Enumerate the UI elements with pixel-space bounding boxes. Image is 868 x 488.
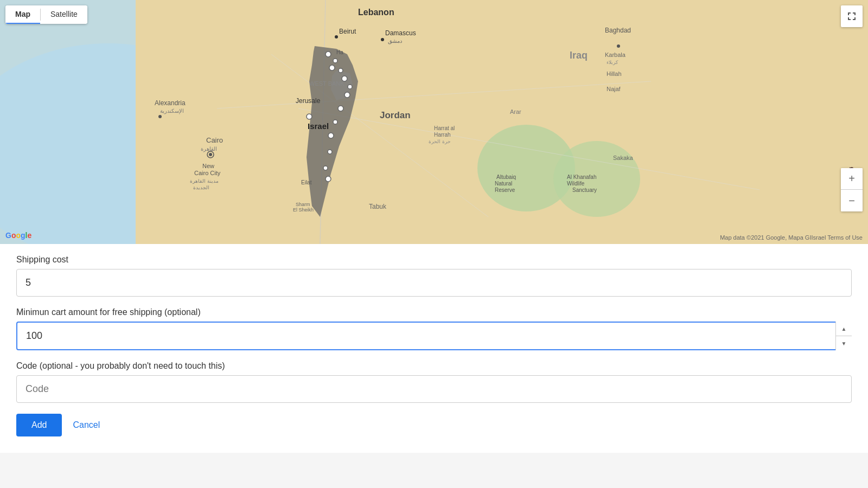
svg-text:Eilat: Eilat <box>301 179 312 185</box>
svg-point-22 <box>328 133 334 138</box>
svg-text:Harrah: Harrah <box>434 132 451 138</box>
shipping-cost-field: Shipping cost <box>16 255 852 297</box>
svg-text:Ha: Ha <box>336 49 343 55</box>
zoom-in-button[interactable]: + <box>841 168 863 190</box>
svg-point-25 <box>326 176 331 182</box>
svg-text:Iraq: Iraq <box>570 50 588 61</box>
svg-point-20 <box>338 106 343 111</box>
svg-text:Arar: Arar <box>510 108 521 115</box>
svg-text:Natural: Natural <box>495 181 512 187</box>
svg-text:Najaf: Najaf <box>607 86 621 92</box>
svg-text:حرة الحرة: حرة الحرة <box>429 139 451 145</box>
svg-point-13 <box>326 52 331 57</box>
svg-rect-3 <box>0 0 136 244</box>
add-button[interactable]: Add <box>16 414 62 436</box>
action-buttons: Add Cancel <box>16 414 852 436</box>
svg-text:Al Khanafah: Al Khanafah <box>567 174 597 180</box>
svg-text:Sharm: Sharm <box>296 202 310 207</box>
svg-point-23 <box>328 150 332 154</box>
min-cart-label: Minimun cart amount for free shipping (o… <box>16 307 852 317</box>
map-zoom-controls[interactable]: + − <box>841 168 863 211</box>
svg-text:WEST BANK: WEST BANK <box>309 80 344 87</box>
svg-point-24 <box>323 166 328 170</box>
svg-text:Alexandria: Alexandria <box>155 99 186 107</box>
svg-point-16 <box>339 68 343 73</box>
google-logo: Google <box>5 231 31 240</box>
svg-text:Sanctuary: Sanctuary <box>572 187 597 193</box>
svg-text:Reserve: Reserve <box>495 187 515 193</box>
svg-text:مدينة القاهرة: مدينة القاهرة <box>190 178 219 184</box>
svg-text:Altubaiq: Altubaiq <box>496 174 516 180</box>
svg-text:Damascus: Damascus <box>385 29 416 37</box>
svg-text:Jordan: Jordan <box>380 110 411 120</box>
tab-map[interactable]: Map <box>5 5 40 24</box>
shipping-cost-input[interactable] <box>16 269 852 297</box>
map-view-tabs[interactable]: Map Satellite <box>5 5 87 24</box>
svg-point-19 <box>344 92 350 98</box>
svg-point-43 <box>209 153 212 156</box>
map-svg: Lebanon Beirut Damascus دمشق Ha WEST BAN… <box>0 0 868 244</box>
svg-point-32 <box>381 38 384 41</box>
svg-text:Beirut: Beirut <box>339 28 356 35</box>
form-section: Shipping cost Minimun cart amount for fr… <box>0 244 868 453</box>
fullscreen-button[interactable] <box>841 5 863 27</box>
spinner-down-button[interactable]: ▼ <box>836 336 852 350</box>
zoom-out-button[interactable]: − <box>841 190 863 211</box>
code-field: Code (optional - you probably don't need… <box>16 361 852 403</box>
svg-text:El Sheikh: El Sheikh <box>293 207 314 213</box>
svg-text:الجديدة: الجديدة <box>193 185 209 190</box>
svg-point-21 <box>333 120 337 124</box>
svg-text:Baghdad: Baghdad <box>605 27 631 34</box>
min-cart-field: Minimun cart amount for free shipping (o… <box>16 307 852 350</box>
svg-text:Harrat al: Harrat al <box>434 125 455 131</box>
svg-point-14 <box>333 59 337 63</box>
svg-point-29 <box>335 35 338 38</box>
svg-text:Karbala: Karbala <box>605 52 626 58</box>
svg-point-15 <box>329 65 335 70</box>
svg-point-26 <box>307 114 312 119</box>
svg-text:Wildlife: Wildlife <box>567 181 585 187</box>
fullscreen-icon <box>846 11 857 22</box>
svg-point-51 <box>617 44 620 48</box>
svg-text:Cairo: Cairo <box>206 136 223 144</box>
map-attribution: Map data ©2021 Google, Mapa GIIsrael Ter… <box>720 234 863 241</box>
svg-text:كربلاء: كربلاء <box>607 60 618 66</box>
svg-text:الإسكندرية: الإسكندرية <box>160 108 184 114</box>
svg-point-6 <box>553 141 640 217</box>
svg-point-40 <box>158 115 162 118</box>
min-cart-input[interactable] <box>16 322 852 350</box>
spinner-up-button[interactable]: ▲ <box>836 322 852 336</box>
map-container[interactable]: Lebanon Beirut Damascus دمشق Ha WEST BAN… <box>0 0 868 244</box>
svg-text:Lebanon: Lebanon <box>358 8 394 17</box>
svg-text:Hillah: Hillah <box>607 70 622 77</box>
min-cart-input-wrapper: ▲ ▼ <box>16 322 852 350</box>
tab-satellite[interactable]: Satellite <box>41 5 87 24</box>
svg-rect-4 <box>136 0 868 244</box>
svg-text:Cairo City: Cairo City <box>194 170 221 176</box>
svg-text:Jerusale: Jerusale <box>296 97 321 105</box>
svg-text:New: New <box>202 163 214 169</box>
code-input[interactable] <box>16 375 852 403</box>
shipping-cost-label: Shipping cost <box>16 255 852 265</box>
cancel-button[interactable]: Cancel <box>73 420 100 430</box>
code-label: Code (optional - you probably don't need… <box>16 361 852 371</box>
svg-text:Israel: Israel <box>308 121 329 131</box>
svg-text:دمشق: دمشق <box>388 38 402 44</box>
spinner: ▲ ▼ <box>835 322 852 350</box>
svg-point-18 <box>348 85 352 89</box>
svg-text:Sakaka: Sakaka <box>613 155 634 161</box>
svg-text:Tabuk: Tabuk <box>369 203 387 210</box>
